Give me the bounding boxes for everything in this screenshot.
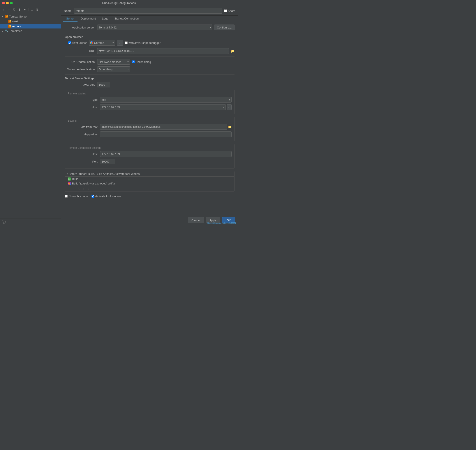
url-folder-button[interactable]: 📁 — [231, 49, 234, 53]
after-launch-checkbox[interactable] — [68, 41, 71, 44]
type-select[interactable]: sftp — [100, 97, 232, 102]
activate-window-checkbox[interactable] — [92, 195, 94, 198]
bl-remove-button[interactable]: − — [72, 186, 76, 191]
remote-label: remote — [12, 24, 21, 28]
open-browser-title: Open browser — [65, 35, 234, 39]
conn-host-input[interactable] — [100, 151, 232, 157]
before-launch-header[interactable]: ▾ Before launch: Build, Build Artifacts,… — [65, 171, 234, 177]
activate-window-label[interactable]: Activate tool window — [92, 195, 121, 198]
jmx-port-label: JMX port: — [65, 83, 95, 86]
chevron-down-icon: ▾ — [24, 8, 26, 11]
before-launch-label: Before launch: Build, Build Artifacts, A… — [69, 172, 140, 176]
frame-deactivation-wrapper: Do nothing Hot Swap classes Update class… — [97, 66, 130, 72]
tab-server[interactable]: Server — [63, 16, 77, 22]
content-area: Application server: Tomcat 7.0.92 Config… — [61, 22, 238, 215]
bl-item-build[interactable]: ▶ Build — [65, 177, 234, 181]
tab-startup-connection[interactable]: Startup/Connection — [111, 16, 142, 22]
maximize-button[interactable] — [10, 2, 13, 4]
bl-move-down-button[interactable]: ↓ — [86, 186, 90, 191]
before-launch-arrow: ▾ — [67, 173, 68, 175]
copy-config-button[interactable]: ⧉ — [12, 7, 17, 12]
move-up-button[interactable]: ⬆ — [17, 7, 22, 12]
sidebar-item-templates[interactable]: ▶ 🔧 Templates — [0, 29, 61, 33]
footer: Cancel Apply OK https://blog.csdn.net/u0… — [61, 215, 238, 225]
browser-more-button[interactable]: ... — [117, 40, 123, 46]
path-from-root-label: Path from root: — [68, 125, 98, 129]
add-config-button[interactable]: + — [1, 7, 6, 12]
name-field-label: Name: — [64, 9, 72, 12]
remote-host-input[interactable] — [100, 104, 226, 110]
conn-host-label: Host: — [68, 153, 98, 156]
close-button[interactable] — [2, 2, 5, 4]
conn-port-input[interactable] — [100, 159, 115, 164]
app-server-select[interactable]: Tomcat 7.0.92 — [97, 24, 212, 30]
before-launch-section: ▾ Before launch: Build, Build Artifacts,… — [65, 171, 234, 191]
remote-host-label: Host: — [68, 106, 98, 109]
share-checkbox[interactable] — [224, 9, 227, 12]
bl-add-button[interactable]: + — [67, 186, 71, 191]
update-action-select[interactable]: Hot Swap classes Do nothing Update class… — [97, 59, 130, 65]
browser-select[interactable]: Chrome — [89, 40, 115, 46]
tomcat-server-label: Tomcat Server — [9, 15, 28, 18]
name-row: Name: Share — [61, 6, 238, 16]
bl-build-label: Build — [72, 177, 78, 181]
show-page-label[interactable]: Show this page — [65, 195, 88, 198]
js-debugger-label[interactable]: with JavaScript debugger — [125, 41, 161, 44]
mapped-as-input[interactable] — [100, 131, 232, 137]
open-browser-section: Open browser After launch Chrome — [65, 35, 234, 46]
path-from-root-input[interactable] — [100, 124, 227, 130]
help-button[interactable]: ? — [2, 220, 6, 224]
toolbar-separator — [28, 8, 29, 11]
activate-window-text: Activate tool window — [95, 195, 121, 198]
ywxt-label: ywxt — [12, 20, 18, 23]
sidebar-item-tomcat-server[interactable]: ▾ 🐱 Tomcat Server — [0, 14, 61, 19]
mapped-as-label: Mapped as: — [68, 133, 98, 136]
share-label: Share — [228, 9, 235, 12]
filter-button[interactable]: ⊞ — [29, 7, 34, 12]
browser-select-wrapper: Chrome — [89, 40, 115, 46]
tabs-row: Server Deployment Logs Startup/Connectio… — [61, 16, 238, 22]
show-page-checkbox[interactable] — [65, 195, 68, 198]
chevron-button[interactable]: ▾ — [22, 7, 27, 12]
show-dialog-checkbox[interactable] — [132, 60, 135, 63]
mapped-as-row: Mapped as: — [68, 131, 232, 137]
minimize-button[interactable] — [6, 2, 9, 4]
move-up-icon: ⬆ — [18, 8, 21, 11]
bl-edit-button[interactable]: ✎ — [76, 186, 81, 191]
remove-config-button[interactable]: − — [6, 7, 12, 12]
sort-button[interactable]: ⇅ — [35, 7, 40, 12]
js-debugger-checkbox[interactable] — [125, 41, 128, 44]
show-dialog-label[interactable]: Show dialog — [132, 60, 151, 64]
url-input[interactable] — [97, 48, 229, 54]
configure-button[interactable]: Configure... — [214, 24, 234, 30]
path-folder-button[interactable]: 📁 — [228, 125, 232, 129]
url-row: URL: 📁 — [65, 48, 234, 54]
titlebar: Run/Debug Configurations — [0, 0, 238, 6]
name-input[interactable] — [74, 8, 222, 14]
type-wrapper: sftp — [100, 97, 232, 102]
tab-deployment[interactable]: Deployment — [77, 16, 99, 22]
jmx-port-input[interactable] — [97, 82, 110, 87]
bl-item-artifact[interactable]: 🎁 Build 'zzxsoft-war exploded' artifact — [65, 181, 234, 186]
path-input-row: 📁 — [100, 124, 232, 130]
templates-label: Templates — [9, 29, 22, 33]
url-label: URL: — [65, 49, 95, 53]
show-dialog-text: Show dialog — [135, 60, 151, 64]
conn-port-row: Port: — [68, 159, 232, 164]
after-launch-label: After launch — [72, 41, 87, 44]
after-launch-checkbox-label[interactable]: After launch — [68, 41, 87, 44]
frame-deactivation-select[interactable]: Do nothing Hot Swap classes Update class… — [97, 66, 130, 72]
main-layout: + − ⧉ ⬆ ▾ ⊞ ⇅ ▾ 🐱 Tomca — [0, 6, 238, 225]
sidebar-toolbar: + − ⧉ ⬆ ▾ ⊞ ⇅ — [0, 6, 61, 13]
remote-staging-box: Remote staging Type: sftp Host: — [65, 90, 234, 114]
tree-arrow-tomcat: ▾ — [2, 15, 5, 18]
tomcat-server-icon: 🐱 — [5, 15, 8, 18]
tab-logs[interactable]: Logs — [99, 16, 111, 22]
remote-staging-title: Remote staging — [68, 92, 232, 95]
cancel-button[interactable]: Cancel — [188, 217, 204, 223]
host-dots-button[interactable]: ··· — [226, 104, 232, 110]
bl-move-up-button[interactable]: ↑ — [81, 186, 86, 191]
remote-conn-title: Remote Connection Settings — [68, 146, 232, 149]
sidebar-item-remote[interactable]: 🐱 remote — [0, 24, 61, 29]
sidebar-item-ywxt[interactable]: 🐱 ywxt — [0, 19, 61, 24]
